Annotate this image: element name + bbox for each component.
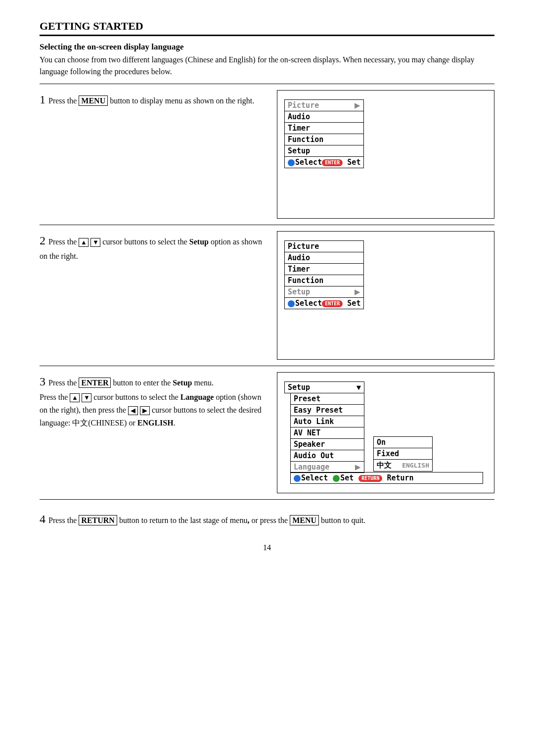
setup-av-net: AV NET (290, 427, 364, 439)
setup-right-col: On Fixed 中文ENGLISH (373, 436, 433, 471)
screenshot-panel-2: Picture Audio Timer Function Setup▶ Sele… (277, 231, 494, 360)
screenshot-panel-1: Picture▶ Audio Timer Function Setup Sele… (277, 90, 494, 219)
menu-help-bar: Select ENTER Set (284, 297, 364, 309)
menu-item-setup: Setup (284, 145, 364, 156)
text: or press the (251, 516, 288, 524)
chevron-right-icon: ▶ (355, 463, 361, 472)
value-fixed: Fixed (373, 448, 433, 460)
return-pill-icon: RETURN (358, 475, 382, 482)
up-arrow-key: ▲ (79, 238, 89, 247)
menu-item-function: Function (284, 134, 364, 145)
menu-item-timer: Timer (284, 122, 364, 134)
text: button to enter the (113, 378, 171, 387)
setup-left-col: Setup▼ Preset Easy Preset Auto Link AV N… (284, 381, 364, 472)
text: 中文(CHINESE) or (72, 419, 135, 427)
rule (40, 366, 494, 366)
text: button to return to the last stage of me… (119, 516, 248, 524)
chevron-right-icon: ▶ (355, 287, 360, 296)
step-1: 1 Press the MENU button to display menu … (40, 90, 494, 219)
menu-item-audio: Audio (284, 252, 364, 263)
right-arrow-key: ▶ (140, 406, 150, 415)
menu-item-picture: Picture▶ (284, 99, 364, 111)
intro-text: You can choose from two different langua… (40, 54, 494, 78)
step-number: 1 (40, 93, 45, 106)
setup-title: Setup▼ (284, 381, 364, 393)
chevron-down-icon: ▼ (356, 383, 361, 392)
text: , (247, 516, 249, 524)
menu-button-ref: MENU (290, 515, 319, 525)
text: Press the (48, 378, 77, 387)
step-2: 2 Press the ▲ ▼ cursor buttons to select… (40, 231, 494, 360)
rule (40, 225, 494, 225)
text: cursor buttons to select the (93, 393, 178, 401)
text: . (174, 419, 176, 427)
page-title: GETTING STARTED (40, 20, 494, 33)
enter-pill-icon: ENTER (322, 159, 343, 166)
chevron-right-icon: ▶ (355, 101, 360, 110)
text: button to display menu as shown on the r… (110, 96, 254, 105)
setup-audio-out: Audio Out (290, 450, 364, 462)
step-number: 3 (40, 375, 45, 388)
rule (40, 84, 494, 84)
left-arrow-key: ◀ (128, 406, 138, 415)
menu-item-function: Function (284, 275, 364, 286)
text: button to quit. (321, 516, 365, 524)
text: Language (180, 393, 214, 401)
menu-button-ref: MENU (79, 95, 108, 106)
text: Press the (48, 96, 77, 105)
setup-language: Language▶ (290, 461, 364, 473)
up-arrow-key: ▲ (70, 393, 80, 402)
text: ENGLISH (137, 419, 174, 427)
text: Setup (173, 378, 192, 387)
text: menu. (194, 378, 214, 387)
step-3: 3 Press the ENTER button to enter the Se… (40, 372, 494, 493)
text: Setup (189, 237, 209, 246)
menu-item-audio: Audio (284, 111, 364, 122)
setup-auto-link: Auto Link (290, 416, 364, 427)
enter-button-ref: ENTER (79, 378, 111, 388)
return-button-ref: RETURN (79, 515, 117, 525)
down-arrow-key: ▼ (82, 393, 91, 402)
enter-pill-icon: ENTER (322, 300, 343, 307)
step-number: 4 (40, 513, 45, 525)
text: Press the (48, 516, 77, 524)
section-heading: Selecting the on-screen display language (40, 42, 494, 52)
green-circle-icon (333, 475, 340, 482)
menu-item-timer: Timer (284, 263, 364, 275)
value-language: 中文ENGLISH (373, 459, 433, 472)
page-number: 14 (40, 543, 494, 552)
menu-help-bar: Select ENTER Set (284, 156, 364, 168)
step-4: 4 Press the RETURN button to return to t… (40, 510, 494, 528)
setup-help-bar: Select Set RETURN Return (290, 472, 483, 484)
value-on: On (373, 436, 433, 448)
setup-preset: Preset (290, 393, 364, 405)
menu-item-setup: Setup▶ (284, 286, 364, 297)
setup-easy-preset: Easy Preset (290, 404, 364, 416)
setup-speaker: Speaker (290, 438, 364, 450)
blue-circle-icon (288, 300, 295, 307)
step-number: 2 (40, 234, 45, 247)
text: cursor buttons to select the (102, 237, 187, 246)
rule (40, 499, 494, 500)
blue-circle-icon (288, 159, 295, 166)
blue-circle-icon (294, 475, 301, 482)
text: Press the (48, 237, 77, 246)
screenshot-panel-3: Setup▼ Preset Easy Preset Auto Link AV N… (277, 372, 494, 493)
down-arrow-key: ▼ (90, 238, 100, 247)
text: Press the (40, 393, 68, 401)
rule (40, 35, 494, 36)
menu-item-picture: Picture (284, 240, 364, 252)
